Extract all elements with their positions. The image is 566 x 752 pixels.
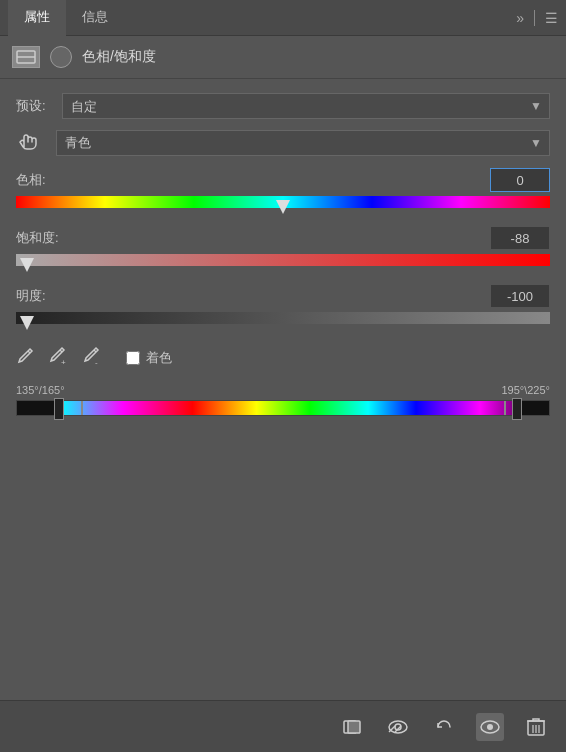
channel-select-wrapper: 全图 红色 黄色 绿色 青色 蓝色 洋红 ▼ [56, 130, 550, 156]
hue-input[interactable] [490, 168, 550, 192]
lightness-input[interactable] [490, 284, 550, 308]
eyedropper-minus-icon[interactable]: - [82, 346, 102, 370]
lightness-header: 明度: [16, 284, 550, 308]
lightness-section: 明度: [16, 284, 550, 324]
eye-button[interactable] [476, 713, 504, 741]
preset-select-wrapper: 自定 默认 强饱和度 去色 深褐色 ▼ [62, 93, 550, 119]
visibility-button[interactable] [384, 713, 412, 741]
menu-icon[interactable]: ☰ [545, 10, 558, 26]
tab-divider [534, 10, 535, 26]
lightness-slider-track[interactable] [16, 312, 550, 324]
adjustment-layer-icon [16, 50, 36, 64]
tab-properties[interactable]: 属性 [8, 0, 66, 36]
range-row: 135°/165° 195°\225° [16, 384, 550, 416]
hue-header: 色相: [16, 168, 550, 192]
tab-bar: 属性 信息 » ☰ [0, 0, 566, 36]
range-handle-right[interactable] [512, 398, 522, 420]
svg-text:-: - [95, 358, 98, 366]
color-range-bar-container [16, 400, 550, 416]
panel-circle-icon [50, 46, 72, 68]
range-handle-left[interactable] [54, 398, 64, 420]
panel-icon-box [12, 46, 40, 68]
saturation-thumb[interactable] [20, 258, 34, 272]
saturation-label: 饱和度: [16, 229, 59, 247]
lightness-thumb[interactable] [20, 316, 34, 330]
svg-text:+: + [61, 358, 66, 366]
delete-button[interactable] [522, 713, 550, 741]
color-range-bar[interactable] [16, 400, 550, 416]
svg-point-9 [487, 724, 493, 730]
hue-slider-track[interactable] [16, 196, 550, 208]
expand-icon[interactable]: » [516, 10, 524, 26]
bottom-toolbar [0, 700, 566, 752]
range-left-label: 135°/165° [16, 384, 65, 396]
hue-label: 色相: [16, 171, 46, 189]
colorize-checkbox[interactable] [126, 351, 140, 365]
panel-header: 色相/饱和度 [0, 36, 566, 79]
range-inner-right [504, 401, 506, 415]
eyedropper-plus-icon[interactable]: + [48, 346, 68, 370]
saturation-slider-track[interactable] [16, 254, 550, 266]
hue-section: 色相: [16, 168, 550, 208]
channel-row: 全图 红色 黄色 绿色 青色 蓝色 洋红 ▼ [16, 129, 550, 156]
reset-button[interactable] [430, 713, 458, 741]
svg-point-6 [389, 721, 407, 733]
preset-row: 预设: 自定 默认 强饱和度 去色 深褐色 ▼ [16, 93, 550, 119]
colorize-checkbox-row: 着色 [126, 349, 172, 367]
saturation-input[interactable] [490, 226, 550, 250]
lightness-label: 明度: [16, 287, 46, 305]
channel-select[interactable]: 全图 红色 黄色 绿色 青色 蓝色 洋红 [56, 130, 550, 156]
range-right-label: 195°\225° [501, 384, 550, 396]
range-dark-right [522, 401, 549, 415]
range-dark-left [17, 401, 54, 415]
tab-icons: » ☰ [516, 10, 558, 26]
eyedropper-row: + - 着色 [16, 342, 550, 374]
preset-select[interactable]: 自定 默认 强饱和度 去色 深褐色 [62, 93, 550, 119]
content-area: 预设: 自定 默认 强饱和度 去色 深褐色 ▼ 全图 红色 黄色 绿色 [0, 79, 566, 430]
svg-rect-5 [348, 721, 360, 733]
panel-title: 色相/饱和度 [82, 48, 156, 66]
saturation-header: 饱和度: [16, 226, 550, 250]
tab-info[interactable]: 信息 [66, 0, 124, 36]
preset-label: 预设: [16, 97, 62, 115]
hue-thumb[interactable] [276, 200, 290, 214]
eyedropper-icon[interactable] [16, 347, 34, 369]
range-inner-left [81, 401, 83, 415]
mask-button[interactable] [338, 713, 366, 741]
saturation-section: 饱和度: [16, 226, 550, 266]
colorize-label: 着色 [146, 349, 172, 367]
range-labels: 135°/165° 195°\225° [16, 384, 550, 396]
hand-icon [16, 129, 46, 156]
